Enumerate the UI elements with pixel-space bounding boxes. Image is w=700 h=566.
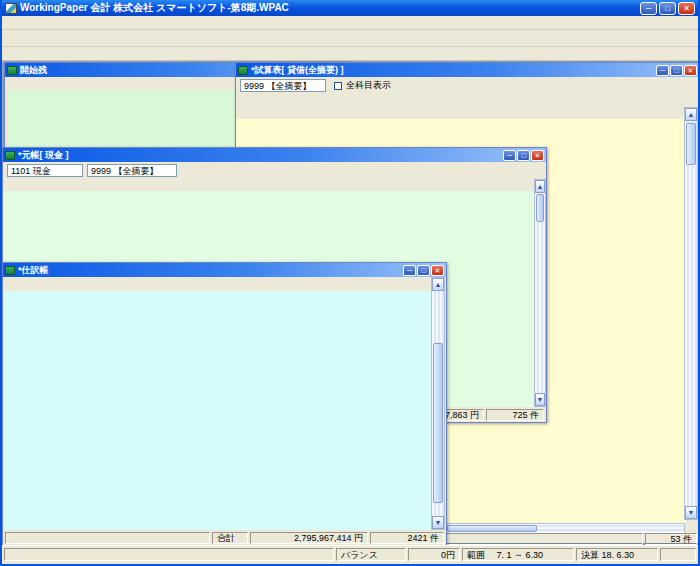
journal-total-label: 合計 <box>212 532 248 544</box>
minimize-icon[interactable]: ─ <box>656 65 669 76</box>
period-range: 範囲 7. 1 ～ 6.30 <box>462 548 574 561</box>
toolbar <box>2 30 698 47</box>
scroll-down-icon[interactable]: ▼ <box>432 516 444 529</box>
status-tail <box>660 548 696 561</box>
maximize-icon[interactable]: □ <box>670 65 683 76</box>
minimize-icon[interactable]: ─ <box>403 265 416 276</box>
opening-title: 開始残 <box>20 64 47 77</box>
scroll-up-icon[interactable]: ▲ <box>685 108 697 121</box>
application-window: WorkingPaper 会計 株式会社 スマートソフト-第8期.WPAC ─ … <box>0 0 700 566</box>
ledger-scroll-thumb[interactable] <box>536 194 544 222</box>
close-icon[interactable]: ✕ <box>431 265 444 276</box>
book-icon <box>7 66 17 75</box>
ledger-title-bar[interactable]: *元帳[ 現金 ] ─ □ ✕ <box>3 148 546 162</box>
status-spacer <box>4 548 334 561</box>
balance-value: 0円 <box>408 548 460 561</box>
close-button[interactable]: ✕ <box>678 2 695 15</box>
status-bar: バランス 0円 範囲 7. 1 ～ 6.30 決算 18. 6.30 <box>2 545 698 562</box>
scroll-up-icon[interactable]: ▲ <box>535 180 545 193</box>
book-icon <box>5 151 15 160</box>
scroll-down-icon[interactable]: ▼ <box>535 393 545 406</box>
balance-label: バランス <box>336 548 406 561</box>
journal-scroll-thumb[interactable] <box>433 343 443 503</box>
journal-window: *仕訳帳 ─ □ ✕ ▲ ▼ 合計 2,795,967,414 円 2421 件 <box>2 262 447 545</box>
trial-account-input[interactable]: 9999 【全摘要】 <box>240 79 326 92</box>
ledger-record-count: 725 件 <box>486 409 544 421</box>
scroll-down-icon[interactable]: ▼ <box>685 506 697 519</box>
trial-vertical-scrollbar[interactable]: ▲ ▼ <box>684 107 698 520</box>
close-icon[interactable]: ✕ <box>531 150 544 161</box>
minimize-icon[interactable]: ─ <box>503 150 516 161</box>
ledger-title: *元帳[ 現金 ] <box>18 149 69 162</box>
closing-date: 決算 18. 6.30 <box>576 548 658 561</box>
function-key-bar <box>2 47 698 61</box>
all-accounts-checkbox[interactable] <box>334 82 342 90</box>
ledger-vertical-scrollbar[interactable]: ▲ ▼ <box>534 179 546 407</box>
book-icon <box>238 66 248 75</box>
journal-record-count: 2421 件 <box>370 532 444 544</box>
maximize-button[interactable]: □ <box>659 2 676 15</box>
journal-status-spacer <box>5 532 210 544</box>
trial-record-count: 53 件 <box>645 533 697 545</box>
minimize-button[interactable]: ─ <box>640 2 657 15</box>
trial-hscroll-thumb[interactable] <box>447 525 537 532</box>
ledger-range-input[interactable]: 9999 【全摘要】 <box>87 164 177 177</box>
mdi-client: 開始残 *試算表[ 貸借(全摘要) ] ─ □ ✕ 9999 【全摘要】 全科目… <box>2 61 698 545</box>
journal-title: *仕訳帳 <box>18 264 49 277</box>
journal-total: 2,795,967,414 円 <box>250 532 368 544</box>
maximize-icon[interactable]: □ <box>517 150 530 161</box>
all-accounts-label: 全科目表示 <box>346 79 391 92</box>
trial-title: *試算表[ 貸借(全摘要) ] <box>251 64 344 77</box>
app-icon <box>5 3 17 14</box>
trial-scroll-thumb[interactable] <box>686 123 696 165</box>
ledger-account-input[interactable]: 1101 現金 <box>7 164 83 177</box>
maximize-icon[interactable]: □ <box>417 265 430 276</box>
menu-bar <box>2 16 698 30</box>
trial-title-bar[interactable]: *試算表[ 貸借(全摘要) ] ─ □ ✕ <box>236 63 698 77</box>
book-icon <box>5 266 15 275</box>
window-title: WorkingPaper 会計 株式会社 スマートソフト-第8期.WPAC <box>20 1 289 15</box>
journal-vertical-scrollbar[interactable]: ▲ ▼ <box>431 277 445 530</box>
journal-title-bar[interactable]: *仕訳帳 ─ □ ✕ <box>3 263 446 277</box>
close-icon[interactable]: ✕ <box>684 65 697 76</box>
scroll-up-icon[interactable]: ▲ <box>432 278 444 291</box>
title-bar[interactable]: WorkingPaper 会計 株式会社 スマートソフト-第8期.WPAC ─ … <box>2 0 698 16</box>
